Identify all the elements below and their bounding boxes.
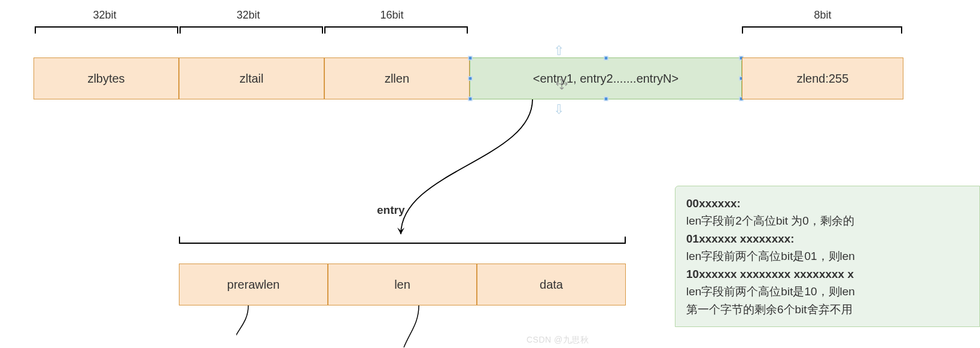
cell-zllen-label: zllen [385, 72, 409, 86]
bit-label-zlbytes: 32bit [84, 9, 126, 22]
bit-label-zlend: 8bit [805, 9, 841, 22]
cell-zlbytes: zlbytes [34, 58, 179, 99]
sel-handle-tl[interactable] [468, 56, 473, 60]
bracket-zlbytes [35, 26, 178, 34]
cell-prerawlen: prerawlen [179, 264, 328, 305]
cell-zlend: zlend:255 [742, 58, 903, 99]
cell-prerawlen-label: prerawlen [227, 278, 280, 292]
bracket-zllen [324, 26, 468, 34]
watermark: CSDN @九思秋 [526, 335, 589, 346]
cell-entries[interactable]: <entry1, entry2.......entryN> [470, 58, 742, 99]
sel-handle-ml[interactable] [468, 77, 473, 81]
enc-01-heading: 01xxxxxx xxxxxxxx: [686, 232, 795, 245]
descend-lines [236, 305, 446, 347]
bracket-zltail [179, 26, 323, 34]
bracket-zlend [742, 26, 902, 34]
resize-arrow-up-icon: ⇧ [553, 43, 564, 59]
cell-zltail-label: zltail [239, 72, 263, 86]
cell-len: len [328, 264, 477, 305]
cell-data: data [477, 264, 626, 305]
cell-len-label: len [394, 278, 410, 292]
cell-zlbytes-label: zlbytes [87, 72, 124, 86]
bit-label-zllen: 16bit [371, 9, 413, 22]
enc-10-text2: 第一个字节的剩余6个bit舍弃不用 [686, 301, 969, 318]
sel-handle-tm[interactable] [604, 56, 608, 60]
len-encoding-panel: 00xxxxxx: len字段前2个高位bit 为0，剩余的 01xxxxxx … [675, 186, 980, 327]
move-cursor-icon [555, 77, 569, 91]
bracket-entry [179, 237, 626, 244]
entry-label: entry [377, 204, 404, 217]
cell-zltail: zltail [179, 58, 324, 99]
cell-zlend-label: zlend:255 [797, 72, 849, 86]
enc-10-text: len字段前两个高位bit是10，则len [686, 283, 969, 300]
cell-zllen: zllen [324, 58, 470, 99]
cell-data-label: data [540, 278, 563, 292]
entry-connector-arrow [269, 99, 568, 243]
enc-00-heading: 00xxxxxx: [686, 197, 741, 210]
enc-10-heading: 10xxxxxx xxxxxxxx xxxxxxxx x [686, 268, 854, 280]
sel-handle-bm[interactable] [604, 97, 608, 101]
enc-01-text: len字段前两个高位bit是01，则len [686, 247, 969, 265]
bit-label-zltail: 32bit [227, 9, 269, 22]
enc-00-text: len字段前2个高位bit 为0，剩余的 [686, 212, 969, 229]
